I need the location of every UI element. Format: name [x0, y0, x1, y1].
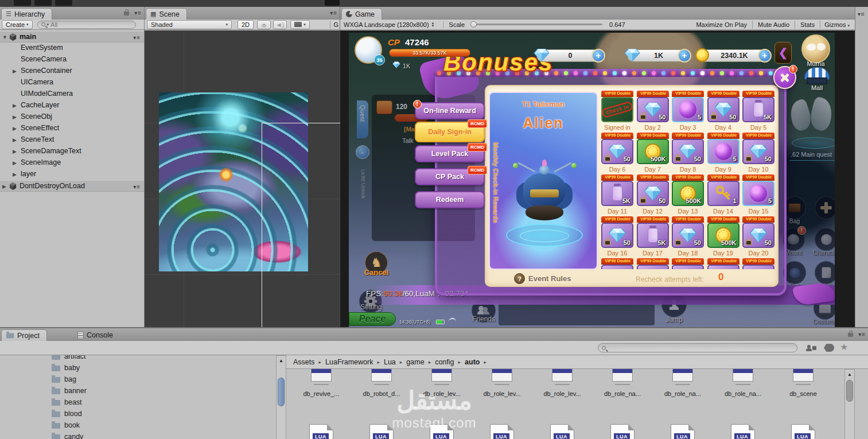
hierarchy-item-scenetext[interactable]: ▶SceneText [0, 134, 144, 146]
day-cell-11[interactable]: VIP99 Double5KDay 11 [601, 174, 633, 215]
create-button[interactable]: Create▾ [2, 20, 33, 29]
help-icon[interactable]: ? [514, 273, 525, 284]
files-scrollbar[interactable]: ▲ [844, 369, 855, 439]
add-currency-button[interactable]: + [758, 49, 772, 63]
scene-lighting-icon[interactable]: ☼ [257, 20, 271, 29]
file-label[interactable]: db_role_na... [713, 390, 773, 397]
file-icon-clipped[interactable] [793, 369, 813, 382]
hierarchy-item-uimodelcamera[interactable]: UIModelCamera [0, 88, 144, 100]
aspect-dropdown[interactable]: WXGA Landscape (1280x800) ▲▼ [344, 21, 435, 28]
effects-dropdown[interactable]: ▾ [290, 20, 310, 29]
day-cell-13[interactable]: VIP99 Double500KDay 13 [672, 174, 704, 215]
day-cell-3[interactable]: VIP99 Double5Day 3 [672, 91, 704, 131]
day-cell-9[interactable]: VIP99 Double5Day 9 [707, 133, 739, 173]
day-cell-4[interactable]: VIP99 Double50Day 4 [707, 91, 739, 131]
file-icon-clipped[interactable] [733, 369, 753, 382]
murria-map-button[interactable] [801, 34, 830, 63]
tab-game[interactable]: Game [341, 8, 382, 20]
add-currency-button[interactable]: + [678, 49, 691, 63]
scrollbar-thumb[interactable] [278, 378, 285, 406]
menu-button-level-pack[interactable]: Level PackRCMD [415, 145, 485, 162]
gizmos-dropdown[interactable]: Gizmos ▾ [820, 21, 854, 28]
tab-hierarchy[interactable]: ☰ Hierarchy [1, 8, 52, 20]
lua-file-icon[interactable]: LUA [490, 424, 514, 439]
day-cell-15[interactable]: VIP99 Double5Day 15 [742, 174, 774, 215]
breadcrumb-item-LuaFramework[interactable]: LuaFramework [325, 358, 373, 366]
scroll-up-arrow[interactable]: ▲ [847, 372, 852, 377]
mute-audio-button[interactable]: Mute Audio [753, 21, 795, 28]
file-icon-clipped[interactable] [612, 369, 633, 382]
day-cell-6[interactable]: VIP99 Double50Day 6 [601, 133, 633, 173]
hierarchy-item-scenecontainer[interactable]: ▶SceneContainer [0, 65, 144, 77]
day-cell-1[interactable]: VIP99 DoubleCheck InSigned in [601, 91, 633, 131]
hierarchy-item-layer[interactable]: ▶layer [0, 169, 144, 180]
file-label[interactable]: db_role_lev... [532, 390, 592, 397]
breadcrumb-item-auto[interactable]: auto [465, 358, 480, 366]
scrollbar-thumb[interactable] [846, 380, 853, 402]
day-cell-14[interactable]: VIP99 Double1Day 14 [707, 174, 739, 215]
day-cell-5[interactable]: VIP99 Double5KDay 5 [742, 91, 774, 131]
lua-file-icon[interactable]: LUA [610, 424, 635, 439]
day-cell-19[interactable]: VIP99 Double500KDay 19 [707, 216, 739, 257]
file-icon-clipped[interactable] [311, 369, 332, 382]
lua-file-icon[interactable]: LUA [731, 424, 755, 439]
day-cell-16[interactable]: VIP99 Double50Day 16 [601, 216, 633, 257]
toolbar-button[interactable] [14, 0, 31, 6]
hierarchy-item-sceneeffect[interactable]: ▶SceneEffect [0, 123, 144, 134]
day-cell-2[interactable]: VIP99 Double50Day 2 [637, 91, 669, 131]
file-icon-clipped[interactable] [431, 369, 452, 382]
hierarchy-item-cachelayer[interactable]: ▶CacheLayer [0, 100, 144, 111]
pane-menu-icon[interactable]: ▾≡ [134, 10, 142, 16]
file-icon-clipped[interactable] [492, 369, 512, 382]
toolbar-button[interactable] [34, 0, 52, 6]
hierarchy-item-scenedamagetext[interactable]: ▶SceneDamageText [0, 146, 144, 157]
lua-file-icon[interactable]: LUA [671, 424, 695, 439]
scene-viewport[interactable] [145, 30, 340, 327]
close-button[interactable]: ! [773, 66, 796, 89]
file-label[interactable]: db_role_na... [653, 390, 713, 397]
file-label[interactable]: db_role_na... [593, 390, 652, 397]
scale-slider[interactable] [470, 24, 602, 25]
file-label[interactable]: db_role_lev... [472, 390, 532, 397]
favorites-star-icon[interactable]: ★ [840, 341, 848, 352]
folder-scrollbar[interactable]: ▲ [276, 355, 286, 439]
lua-file-icon[interactable]: LUA [791, 424, 815, 439]
tab-project[interactable]: Project [1, 329, 47, 341]
pane-menu-icon[interactable]: ▾≡ [858, 332, 866, 337]
file-label[interactable]: db_revive_... [291, 390, 351, 397]
search-by-type-icon[interactable] [805, 344, 818, 352]
stats-button[interactable]: Stats [795, 21, 820, 28]
project-folder-bag[interactable]: bag [0, 374, 276, 386]
maximize-on-play-button[interactable]: Maximize On Play [691, 21, 752, 28]
day-cell-23[interactable]: VIP99 Double [672, 258, 704, 269]
lua-file-icon[interactable]: LUA [430, 424, 454, 439]
lock-icon[interactable] [848, 332, 853, 338]
tab-console[interactable]: Console [73, 329, 120, 341]
file-icon-clipped[interactable] [672, 369, 693, 382]
2d-toggle-button[interactable]: 2D [238, 20, 254, 29]
project-folder-beast[interactable]: beast [0, 397, 276, 409]
day-cell-22[interactable]: VIP99 Double [637, 258, 669, 269]
hierarchy-item-dontdestroyonload[interactable]: ▶DontDestroyOnLoad▾≡ [0, 180, 144, 192]
pane-menu-icon[interactable]: ▾≡ [858, 11, 865, 17]
breadcrumb-item-config[interactable]: config [435, 358, 454, 366]
gizmos-button-cut[interactable]: G [330, 21, 338, 29]
hierarchy-item-sceneimage[interactable]: ▶SceneImage [0, 157, 144, 169]
lua-file-icon[interactable]: LUA [369, 424, 394, 439]
day-cell-20[interactable]: VIP99 Double50Day 20 [742, 216, 774, 257]
day-cell-8[interactable]: VIP99 Double50Day 8 [672, 133, 704, 173]
scroll-up-arrow[interactable]: ▲ [279, 358, 283, 363]
project-search-input[interactable] [598, 343, 797, 352]
breadcrumb-item-Assets[interactable]: Assets [293, 358, 315, 366]
menu-button-redeem[interactable]: Redeem [415, 191, 485, 208]
day-cell-7[interactable]: VIP99 Double500KDay 7 [637, 133, 669, 173]
hierarchy-item-sceneobj[interactable]: ▶SceneObj [0, 111, 144, 123]
hierarchy-search-input[interactable]: ▾ All [37, 21, 136, 29]
slider-thumb[interactable] [470, 21, 477, 28]
back-arrow-button[interactable]: ❮ [774, 42, 792, 64]
breadcrumb-item-game[interactable]: game [406, 358, 424, 366]
add-currency-button[interactable]: + [591, 49, 605, 63]
hierarchy-item-main[interactable]: ▼main▾≡ [0, 31, 144, 42]
tab-scene[interactable]: ▦ Scene [146, 8, 187, 20]
event-rules-button[interactable]: Event Rules [528, 274, 571, 283]
